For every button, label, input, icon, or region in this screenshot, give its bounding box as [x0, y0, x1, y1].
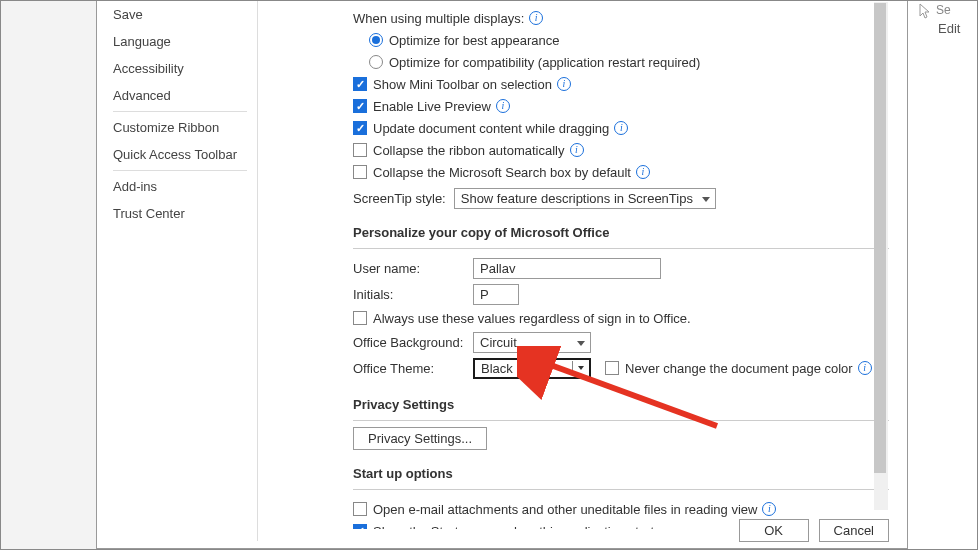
screentip-label: ScreenTip style:	[353, 191, 446, 206]
user-name-label: User name:	[353, 261, 473, 276]
sidebar-item-save[interactable]: Save	[103, 1, 257, 28]
info-icon[interactable]	[529, 11, 543, 25]
screentip-select-value: Show feature descriptions in ScreenTips	[461, 191, 693, 206]
checkbox-collapse-search[interactable]	[353, 165, 367, 179]
info-icon[interactable]	[570, 143, 584, 157]
sidebar-item-language[interactable]: Language	[103, 28, 257, 55]
radio-compatibility[interactable]	[369, 55, 383, 69]
radio-best-appearance[interactable]	[369, 33, 383, 47]
scrollbar-track[interactable]	[874, 2, 888, 510]
dialog-footer: OK Cancel	[739, 519, 889, 542]
info-icon[interactable]	[557, 77, 571, 91]
checkbox-collapse-ribbon[interactable]	[353, 143, 367, 157]
section-rule	[353, 420, 889, 421]
section-rule	[353, 248, 889, 249]
office-theme-label: Office Theme:	[353, 361, 473, 376]
checkbox-update-drag[interactable]	[353, 121, 367, 135]
office-theme-value: Black	[481, 361, 513, 376]
checkbox-live-preview-label: Enable Live Preview	[373, 99, 491, 114]
chevron-down-icon[interactable]	[572, 361, 588, 376]
initials-input[interactable]: P	[473, 284, 519, 305]
radio-best-appearance-label: Optimize for best appearance	[389, 33, 560, 48]
multi-display-label: When using multiple displays:	[353, 11, 524, 26]
ok-button[interactable]: OK	[739, 519, 809, 542]
checkbox-always-use[interactable]	[353, 311, 367, 325]
checkbox-show-start[interactable]	[353, 524, 367, 529]
sidebar-item-customize-ribbon[interactable]: Customize Ribbon	[103, 114, 257, 141]
options-main-panel: When using multiple displays: Optimize f…	[265, 1, 889, 529]
office-theme-select[interactable]: Black	[473, 358, 591, 379]
checkbox-open-email-label: Open e-mail attachments and other unedit…	[373, 502, 757, 517]
personalize-heading: Personalize your copy of Microsoft Offic…	[269, 225, 889, 240]
user-name-input[interactable]: Pallav	[473, 258, 661, 279]
checkbox-mini-toolbar-label: Show Mini Toolbar on selection	[373, 77, 552, 92]
sidebar-item-advanced[interactable]: Advanced	[103, 82, 257, 109]
info-icon[interactable]	[858, 361, 872, 375]
checkbox-live-preview[interactable]	[353, 99, 367, 113]
screentip-select[interactable]: Show feature descriptions in ScreenTips	[454, 188, 716, 209]
checkbox-never-change-color-label: Never change the document page color	[625, 361, 853, 376]
info-icon[interactable]	[496, 99, 510, 113]
initials-label: Initials:	[353, 287, 473, 302]
user-name-value: Pallav	[480, 261, 515, 276]
cancel-button[interactable]: Cancel	[819, 519, 889, 542]
startup-heading: Start up options	[269, 466, 889, 481]
checkbox-collapse-search-label: Collapse the Microsoft Search box by def…	[373, 165, 631, 180]
cursor-select-icon	[918, 3, 932, 22]
select-label-fragment: Se	[936, 3, 951, 17]
sidebar-item-accessibility[interactable]: Accessibility	[103, 55, 257, 82]
checkbox-never-change-color[interactable]	[605, 361, 619, 375]
checkbox-collapse-ribbon-label: Collapse the ribbon automatically	[373, 143, 565, 158]
sidebar-separator	[113, 170, 247, 171]
office-background-value: Circuit	[480, 335, 517, 350]
info-icon[interactable]	[636, 165, 650, 179]
info-icon[interactable]	[762, 502, 776, 516]
privacy-settings-button[interactable]: Privacy Settings...	[353, 427, 487, 450]
checkbox-always-use-label: Always use these values regardless of si…	[373, 311, 691, 326]
section-rule	[353, 489, 889, 490]
initials-value: P	[480, 287, 489, 302]
editing-label-fragment: Edit	[938, 21, 960, 36]
checkbox-open-email[interactable]	[353, 502, 367, 516]
sidebar-item-trust-center[interactable]: Trust Center	[103, 200, 257, 227]
privacy-heading: Privacy Settings	[269, 397, 889, 412]
office-background-select[interactable]: Circuit	[473, 332, 591, 353]
office-background-label: Office Background:	[353, 335, 473, 350]
scrollbar-thumb[interactable]	[874, 3, 886, 473]
options-sidebar: Save Language Accessibility Advanced Cus…	[103, 1, 258, 541]
sidebar-item-quick-access[interactable]: Quick Access Toolbar	[103, 141, 257, 168]
checkbox-show-start-label: Show the Start screen when this applicat…	[373, 524, 661, 530]
options-dialog: Save Language Accessibility Advanced Cus…	[96, 1, 908, 549]
sidebar-item-addins[interactable]: Add-ins	[103, 173, 257, 200]
checkbox-mini-toolbar[interactable]	[353, 77, 367, 91]
background-toolbar: Se Edit	[907, 1, 977, 549]
radio-compatibility-label: Optimize for compatibility (application …	[389, 55, 700, 70]
checkbox-update-drag-label: Update document content while dragging	[373, 121, 609, 136]
info-icon[interactable]	[614, 121, 628, 135]
sidebar-separator	[113, 111, 247, 112]
